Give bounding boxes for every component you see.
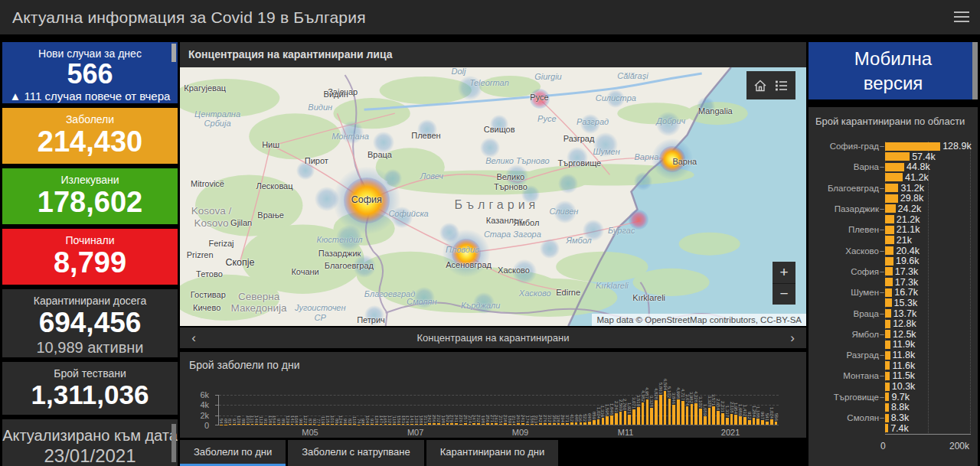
map-label: Ямбол <box>513 218 539 228</box>
region-bar[interactable] <box>885 351 890 360</box>
region-value-label: 21.2k <box>897 214 920 225</box>
map-label: Благоевград <box>364 288 416 298</box>
region-bar-row: Хасково–20.4k <box>815 246 972 256</box>
region-tick: – <box>879 330 885 339</box>
region-tick: – <box>879 371 885 380</box>
region-bar[interactable] <box>885 424 888 432</box>
map-label: Враца <box>368 150 392 160</box>
region-bar-row: Ямбол–12.5k <box>815 330 972 339</box>
region-bar[interactable] <box>885 298 892 307</box>
map-label: Русе <box>537 114 556 124</box>
region-bar[interactable] <box>885 142 940 151</box>
region-bar[interactable] <box>885 372 890 380</box>
dashboard: Актуална информация за Covid 19 в Българ… <box>0 0 980 466</box>
zoom-in-button[interactable]: + <box>773 262 795 284</box>
region-bar[interactable] <box>885 288 892 297</box>
region-bar[interactable] <box>885 163 904 171</box>
region-value-label: 9.7k <box>891 392 910 402</box>
map-label: Пирот <box>305 155 328 165</box>
map-panel-title: Концентрация на карантинирани лица <box>180 42 806 67</box>
region-bar[interactable] <box>885 330 890 338</box>
map-label: Ловеч <box>420 171 443 181</box>
map-label: Плевен <box>411 131 440 141</box>
tab-daily-cases[interactable]: Заболели по дни <box>180 440 286 466</box>
stat-value: 8,799 <box>2 248 178 279</box>
stat-title: Излекувани <box>2 168 178 186</box>
mobile-version-button[interactable]: Мобилна версия <box>808 42 978 99</box>
region-bar-row: Варна–44.8k <box>815 162 972 171</box>
region-value-label: 8.8k <box>891 402 910 412</box>
region-bar[interactable] <box>885 173 903 181</box>
map-label: Кърджали <box>461 301 500 311</box>
region-bar[interactable] <box>885 226 894 234</box>
hamburger-menu-icon[interactable] <box>954 9 969 24</box>
region-bar-row: Благоевград–31.2k <box>815 184 972 193</box>
region-label: Шумен <box>815 288 879 297</box>
daily-cases-plot[interactable]: 5468819712088103131146112911381549785129… <box>218 395 779 425</box>
region-label: Варна <box>815 162 879 171</box>
region-tick: – <box>879 288 885 297</box>
scrollbar-thumb[interactable] <box>172 44 176 62</box>
map-label: Кичево <box>193 303 220 313</box>
region-bar[interactable] <box>885 278 893 286</box>
map-label: Kosova / Kosovo <box>191 206 232 230</box>
stat-card-updated: Актуализирано към дата 23/01/2021 <box>2 419 178 466</box>
daily-bars: 5468819712088103131146112911381549785129… <box>219 394 779 425</box>
region-bar[interactable] <box>885 320 890 328</box>
stat-value: 566 <box>2 60 178 89</box>
region-value-label: 12.5k <box>893 329 916 340</box>
region-tick: – <box>879 225 885 234</box>
region-bar[interactable] <box>885 393 889 401</box>
region-bar[interactable] <box>885 236 894 244</box>
home-icon[interactable] <box>753 79 767 93</box>
map-label: Тетово <box>196 269 223 279</box>
map-label: Пазарджик <box>318 248 361 258</box>
prev-arrow-icon[interactable]: ‹ <box>180 331 207 346</box>
region-bar[interactable] <box>885 267 893 275</box>
region-bar[interactable] <box>885 414 889 422</box>
region-bar-row: 19.6k <box>815 256 972 266</box>
region-bar[interactable] <box>885 403 889 412</box>
map-panel: Концентрация на карантинирани лица <box>180 42 806 326</box>
map-canvas[interactable]: КрагујевацЗајечарВидинВидинЦентрална Срб… <box>180 67 806 326</box>
scrollbar-thumb[interactable] <box>172 424 176 462</box>
stat-card-quarantined: Карантинирани досега 694,456 10,989 акти… <box>2 289 178 357</box>
region-bar[interactable] <box>885 383 890 391</box>
map-label: Казанлък <box>486 216 523 226</box>
map-label: Prizren <box>187 250 214 260</box>
x-tick-label: M09 <box>512 428 528 437</box>
chart-title: Брой заболели по дни <box>189 359 300 371</box>
region-label: Враца <box>815 309 879 318</box>
region-bar[interactable] <box>885 194 898 203</box>
map-attribution: Map data © OpenStreetMap contributors, C… <box>592 314 806 326</box>
region-bar-row: Плевен–21.1k <box>815 225 972 234</box>
region-bar-row: 21.2k <box>815 215 972 224</box>
region-bar[interactable] <box>885 184 898 192</box>
daily-bar: 566 <box>774 394 779 425</box>
next-arrow-icon[interactable]: › <box>779 331 806 346</box>
tab-daily-quarantined[interactable]: Карантинирани по дни <box>426 440 559 466</box>
map-label: Хасково <box>519 288 551 298</box>
map-label: Ниш <box>262 140 279 150</box>
map-label: Dolj <box>452 67 466 76</box>
region-bar[interactable] <box>885 361 890 370</box>
region-bar-row: София-град–128.9k <box>815 142 972 151</box>
region-bar[interactable] <box>885 341 890 349</box>
region-bar[interactable] <box>885 257 893 266</box>
zoom-out-button[interactable]: − <box>773 284 795 305</box>
region-bar[interactable] <box>885 204 896 213</box>
region-bar[interactable] <box>885 152 910 161</box>
y-tick-label: 6k <box>200 390 209 399</box>
map-label: София <box>351 194 382 205</box>
region-bar[interactable] <box>885 246 893 255</box>
map-label: Ferizaj <box>208 239 234 249</box>
region-tick: – <box>879 204 885 213</box>
region-bar[interactable] <box>885 309 891 318</box>
chart-tabs: Заболели по дни Заболели с натрупване Ка… <box>180 440 558 466</box>
scrollbar-thumb[interactable] <box>972 42 978 99</box>
region-bar-row: Разград–11.8k <box>815 350 972 360</box>
stat-card-tested: Брой тествани 1,311,036 <box>2 362 178 415</box>
tab-cumulative-cases[interactable]: Заболели с натрупване <box>288 440 424 466</box>
legend-icon[interactable] <box>775 79 789 93</box>
region-bar[interactable] <box>885 215 894 223</box>
